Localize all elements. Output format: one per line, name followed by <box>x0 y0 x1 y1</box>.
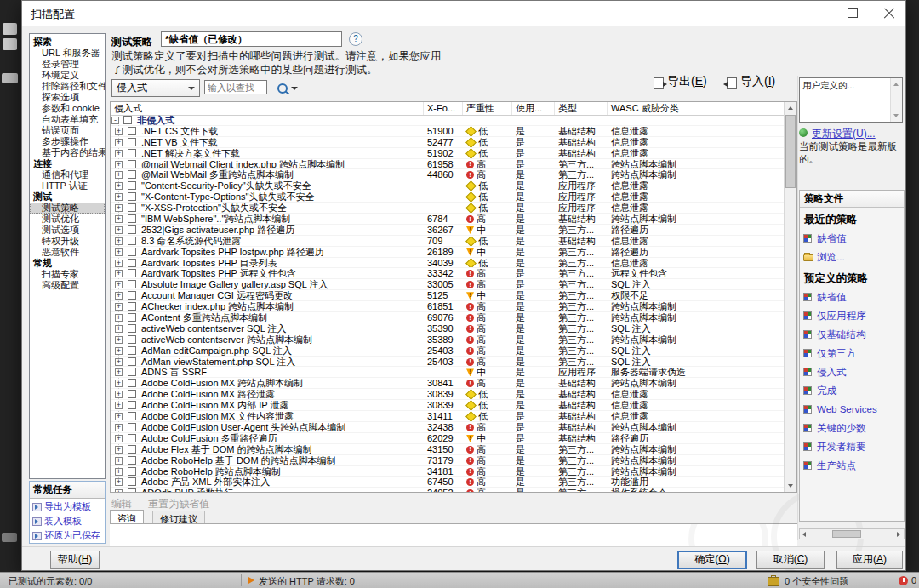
table-row[interactable]: +Adobe RoboHelp 基于 DOM 的跨站点脚本编制73179高是第三… <box>111 455 785 466</box>
apply-button[interactable]: 应用(A) <box>836 551 903 569</box>
expander-icon[interactable]: + <box>115 413 123 420</box>
recent-policy-link[interactable]: 缺省值 <box>800 229 904 248</box>
table-row[interactable]: +.NET CS 文件下载51900低是基础结构信息泄露 <box>111 126 785 137</box>
minimize-icon[interactable] <box>795 1 820 26</box>
row-checkbox[interactable] <box>128 401 136 409</box>
row-checkbox[interactable] <box>128 423 136 431</box>
import-button[interactable]: 导入(I) <box>740 74 775 89</box>
row-checkbox[interactable] <box>128 357 136 366</box>
sidebar-item-测试选项[interactable]: 测试选项 <box>30 225 105 236</box>
row-checkbox[interactable] <box>128 379 136 387</box>
sidebar-item-多步骤操作[interactable]: 多步骤操作 <box>30 136 105 147</box>
column-header[interactable]: 严重性 <box>463 102 512 115</box>
help-button[interactable]: 帮助(H) <box>50 551 100 569</box>
row-checkbox[interactable] <box>128 324 136 333</box>
sidebar-item-自动表单填充[interactable]: 自动表单填充 <box>30 114 105 125</box>
sidebar-item-测试优化[interactable]: 测试优化 <box>30 214 105 225</box>
predefined-policy-link[interactable]: 开发者精要 <box>800 437 904 456</box>
row-checkbox[interactable] <box>128 214 136 223</box>
predefined-policy-link[interactable]: 生产站点 <box>800 456 904 475</box>
expander-icon[interactable]: - <box>111 117 119 124</box>
expander-icon[interactable]: + <box>115 237 123 245</box>
table-row[interactable]: +AChecker index.php 跨站点脚本编制61851高是第三方...… <box>111 301 785 312</box>
scrollbar-thumb[interactable] <box>832 530 861 538</box>
expander-icon[interactable]: + <box>115 478 123 486</box>
table-root-row[interactable]: -非侵入式 <box>111 115 785 126</box>
table-row[interactable]: +AdMan viewStatement.php SQL 注入25403高是第三… <box>111 357 785 368</box>
row-checkbox[interactable] <box>128 488 136 492</box>
horizontal-scrollbar[interactable] <box>799 528 905 539</box>
sidebar-item-基于内容的结果[interactable]: 基于内容的结果 <box>30 147 105 158</box>
expander-icon[interactable]: + <box>115 457 123 465</box>
sidebar-item-排除路径和文件[interactable]: 排除路径和文件 <box>30 81 105 92</box>
table-row[interactable]: +ADNS 盲 SSRF中是应用程序服务器端请求伪造 <box>111 367 785 378</box>
table-row[interactable]: +.NET 解决方案文件下载51902低是基础结构信息泄露 <box>111 148 785 159</box>
expander-icon[interactable]: + <box>115 303 123 311</box>
sidebar-item-登录管理[interactable]: 登录管理 <box>30 59 105 70</box>
row-checkbox[interactable] <box>128 181 136 190</box>
predefined-policy-link[interactable]: Web Services <box>800 400 904 419</box>
expander-icon[interactable]: + <box>115 182 123 190</box>
ok-button[interactable]: 确定(O) <box>677 551 747 569</box>
column-header[interactable]: 类型 <box>555 102 608 115</box>
row-checkbox[interactable] <box>128 149 136 157</box>
common-task-link[interactable]: 导出为模板 <box>30 500 105 513</box>
scroll-left-icon[interactable] <box>800 529 810 539</box>
sidebar-item-探索选项[interactable]: 探索选项 <box>30 92 105 103</box>
reset-default-link[interactable]: 重置为缺省值 <box>148 498 209 510</box>
row-checkbox[interactable] <box>128 170 136 179</box>
sidebar-item-测试策略[interactable]: 测试策略 <box>30 203 105 214</box>
row-checkbox[interactable] <box>128 291 136 300</box>
expander-icon[interactable]: + <box>115 347 123 355</box>
row-checkbox[interactable] <box>123 116 132 124</box>
scrollbar-thumb[interactable] <box>785 115 796 188</box>
column-header[interactable]: 侵入式 <box>111 102 424 115</box>
table-row[interactable]: +activeWeb contentserver 跨站点脚本编制35389高是第… <box>111 334 785 345</box>
sidebar-item-扫描专家[interactable]: 扫描专家 <box>30 269 105 280</box>
filter-dropdown[interactable]: 侵入式 <box>111 79 200 97</box>
expander-icon[interactable]: + <box>115 314 123 322</box>
expander-icon[interactable]: + <box>115 424 123 431</box>
cancel-button[interactable]: 取消(C) <box>756 551 825 569</box>
table-row[interactable]: +activeWeb contentserver SQL 注入35390高是第三… <box>111 323 785 334</box>
table-row[interactable]: +AContent 多重跨站点脚本编制69076高是第三方...跨站点脚本编制 <box>111 312 785 323</box>
close-icon[interactable] <box>876 1 902 26</box>
expander-icon[interactable]: + <box>115 380 123 387</box>
expander-icon[interactable]: + <box>115 402 123 409</box>
table-row[interactable]: +Aardvark Topsites PHP lostpw.php 路径遍历26… <box>111 247 785 258</box>
user-defined-scrollbar[interactable] <box>890 78 902 122</box>
table-row[interactable]: +@mail Webmail Client index.php 跨站点脚本编制6… <box>111 159 785 170</box>
expander-icon[interactable]: + <box>115 435 123 442</box>
table-row[interactable]: +Adobe 产品 XML 外部实体注入67450高是第三方...功能滥用 <box>111 477 785 488</box>
scroll-right-icon[interactable] <box>893 529 904 539</box>
table-row[interactable]: +"IBM WebSphere".."跨站点脚本编制6784高是基础结构跨站点脚… <box>111 214 785 225</box>
expander-icon[interactable]: + <box>115 358 123 366</box>
row-checkbox[interactable] <box>128 368 136 376</box>
expander-icon[interactable]: + <box>115 292 123 300</box>
scroll-down-icon[interactable] <box>785 480 796 492</box>
expander-icon[interactable]: + <box>115 270 123 277</box>
row-checkbox[interactable] <box>128 192 136 201</box>
sidebar-item-参数和 cookie[interactable]: 参数和 cookie <box>30 103 105 114</box>
expander-icon[interactable]: + <box>115 281 123 288</box>
table-row[interactable]: +"X-XSS-Protection"头缺失或不安全低是应用程序信息泄露 <box>111 203 785 214</box>
search-options-caret-icon[interactable] <box>291 87 298 90</box>
row-checkbox[interactable] <box>128 335 136 344</box>
row-checkbox[interactable] <box>128 203 136 212</box>
row-checkbox[interactable] <box>128 456 136 465</box>
row-checkbox[interactable] <box>128 346 136 355</box>
predefined-policy-link[interactable]: 仅基础结构 <box>800 325 904 344</box>
row-checkbox[interactable] <box>128 477 136 486</box>
row-checkbox[interactable] <box>128 280 136 288</box>
recent-policy-link[interactable]: 浏览... <box>800 248 904 266</box>
policy-name-field[interactable]: *缺省值（已修改） <box>161 31 342 47</box>
expander-icon[interactable]: + <box>115 489 123 492</box>
tab-fix-recommendation[interactable]: 修订建议 <box>152 511 205 523</box>
table-row[interactable]: +Aardvark Topsites PHP 目录列表34039低是第三方...… <box>111 258 785 269</box>
table-row[interactable]: +AdMan editCampaign.php SQL 注入25403高是第三方… <box>111 345 785 357</box>
vertical-scrollbar[interactable] <box>784 102 796 492</box>
predefined-policy-link[interactable]: 仅第三方 <box>800 344 904 363</box>
table-row[interactable]: +Adobe Flex 基于 DOM 的跨站点脚本编制43150高是第三方...… <box>111 444 785 455</box>
expander-icon[interactable]: + <box>115 336 123 344</box>
table-row[interactable]: +2532|Gigs activateuser.php 路径遍历36267中是第… <box>111 225 785 236</box>
